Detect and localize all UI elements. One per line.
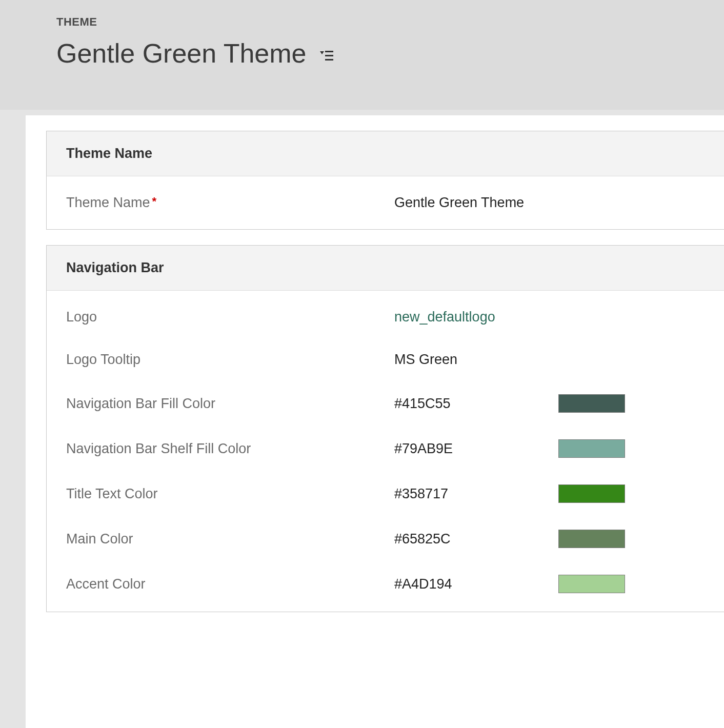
field-navbar-fill-color-value[interactable]: #415C55 (394, 396, 553, 412)
svg-rect-1 (325, 51, 333, 52)
field-main-color-label: Main Color (66, 531, 394, 547)
section-header-theme-name[interactable]: Theme Name (47, 131, 724, 176)
field-title-text-color-row: Title Text Color #358717 (47, 471, 724, 516)
swatch-navbar-shelf-fill-color[interactable] (558, 439, 625, 458)
field-logo-tooltip-row: Logo Tooltip MS Green (47, 338, 724, 381)
field-accent-color-row: Accent Color #A4D194 (47, 561, 724, 606)
field-title-text-color-label: Title Text Color (66, 486, 394, 502)
field-accent-color-value[interactable]: #A4D194 (394, 576, 553, 592)
field-theme-name-label-text: Theme Name (66, 195, 150, 210)
field-title-text-color-value[interactable]: #358717 (394, 486, 553, 502)
field-logo-value[interactable]: new_defaultlogo (394, 309, 605, 325)
form-panel: Theme Name Theme Name* Gentle Green Them… (26, 115, 724, 728)
field-accent-color-label: Accent Color (66, 576, 394, 592)
field-theme-name-label: Theme Name* (66, 195, 394, 211)
swatch-accent-color[interactable] (558, 575, 625, 593)
svg-rect-2 (325, 55, 333, 56)
required-asterisk-icon: * (152, 195, 157, 208)
field-main-color-value[interactable]: #65825C (394, 531, 553, 547)
field-logo-label: Logo (66, 309, 394, 325)
svg-marker-0 (320, 51, 324, 54)
section-header-navigation-bar[interactable]: Navigation Bar (47, 246, 724, 291)
page-title: Gentle Green Theme (56, 38, 307, 69)
field-logo-tooltip-value[interactable]: MS Green (394, 352, 605, 368)
field-navbar-shelf-fill-color-row: Navigation Bar Shelf Fill Color #79AB9E (47, 426, 724, 471)
breadcrumb[interactable]: THEME (56, 15, 724, 29)
swatch-navbar-fill-color[interactable] (558, 394, 625, 413)
swatch-main-color[interactable] (558, 530, 625, 548)
field-theme-name-value[interactable]: Gentle Green Theme (394, 195, 605, 211)
field-theme-name-row: Theme Name* Gentle Green Theme (47, 181, 724, 224)
page-header: THEME Gentle Green Theme (0, 0, 724, 110)
field-navbar-shelf-fill-color-label: Navigation Bar Shelf Fill Color (66, 441, 394, 457)
section-navigation-bar: Navigation Bar Logo new_defaultlogo Logo… (46, 245, 724, 612)
field-navbar-fill-color-label: Navigation Bar Fill Color (66, 396, 394, 412)
field-navbar-fill-color-row: Navigation Bar Fill Color #415C55 (47, 381, 724, 426)
record-menu-icon[interactable] (319, 48, 334, 64)
field-navbar-shelf-fill-color-value[interactable]: #79AB9E (394, 441, 553, 457)
section-theme-name: Theme Name Theme Name* Gentle Green Them… (46, 131, 724, 230)
field-logo-tooltip-label: Logo Tooltip (66, 352, 394, 368)
svg-rect-3 (325, 59, 333, 60)
field-logo-row: Logo new_defaultlogo (47, 296, 724, 338)
swatch-title-text-color[interactable] (558, 484, 625, 503)
field-main-color-row: Main Color #65825C (47, 516, 724, 561)
